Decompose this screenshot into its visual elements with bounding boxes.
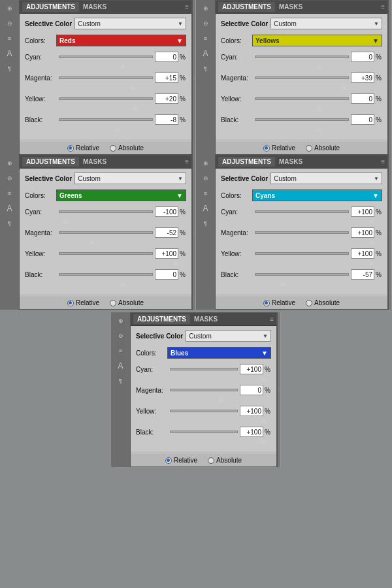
tool-icon-c2[interactable]: ⊖ [199, 172, 212, 184]
tab-adjustments-cyans[interactable]: ADJUSTMENTS [218, 157, 275, 167]
slider-track-cyan-reds[interactable] [59, 56, 153, 58]
tab-adjustments-greens[interactable]: ADJUSTMENTS [22, 157, 79, 167]
tab-adjustments-reds[interactable]: ADJUSTMENTS [22, 2, 79, 12]
radio-relative-cyans[interactable]: Relative [263, 299, 295, 306]
color-dropdown-yellows[interactable]: Yellows ▼ [252, 35, 382, 46]
selective-color-dropdown-greens[interactable]: Custom ▼ [74, 172, 186, 184]
slider-label-yellow-yellows: Yellow: [221, 95, 255, 103]
tool-icon-g3[interactable]: ≡ [3, 188, 16, 199]
drag-handle-yellows[interactable]: ⋮ [388, 0, 392, 155]
tool-icon-b3[interactable]: ≡ [114, 345, 127, 357]
colors-label-reds: Colors: [25, 37, 56, 44]
tool-icon-2[interactable]: ⊖ [3, 18, 16, 29]
drag-handle-cyans[interactable]: ⋮ [388, 155, 392, 310]
radio-relative-reds[interactable]: Relative [67, 144, 99, 152]
thumb-cyan-yellows[interactable] [316, 63, 322, 69]
slider-track-magenta-reds[interactable] [59, 76, 153, 79]
tool-icon-y2[interactable]: ⊖ [199, 18, 212, 29]
slider-value-magenta-reds[interactable]: +15 [155, 73, 178, 83]
thumb-yellow-greens[interactable] [172, 260, 179, 265]
tab-adjustments-blues[interactable]: ADJUSTMENTS [133, 314, 190, 324]
tab-adjustments-yellows[interactable]: ADJUSTMENTS [218, 2, 275, 12]
tool-icon-y1[interactable]: ⊕ [199, 3, 212, 14]
slider-value-yellow-reds[interactable]: +20 [155, 93, 178, 104]
tab-masks-yellows[interactable]: MASKS [275, 2, 306, 12]
selective-color-label-yellows: Selective Color [221, 20, 268, 27]
thumb-yellow-reds[interactable] [132, 105, 139, 110]
tool-icon-g5[interactable]: ¶ [3, 218, 16, 229]
tool-icon-g2[interactable]: ⊖ [3, 172, 16, 184]
tab-masks-greens[interactable]: MASKS [79, 157, 110, 167]
slider-value-black-reds[interactable]: -8 [155, 114, 178, 125]
tab-masks-reds[interactable]: MASKS [79, 2, 110, 12]
thumb-yellow-cyans[interactable] [368, 260, 375, 265]
thumb-cyan-reds[interactable] [120, 63, 126, 69]
color-dropdown-cyans[interactable]: Cyans ▼ [252, 189, 382, 201]
thumb-magenta-blues[interactable] [218, 397, 224, 402]
selective-color-dropdown-blues[interactable]: Custom ▼ [186, 330, 271, 342]
thumb-black-blues[interactable] [260, 438, 267, 444]
thumb-black-greens[interactable] [120, 281, 126, 286]
thumb-black-cyans[interactable] [280, 281, 286, 286]
radio-absolute-blues[interactable]: Absolute [208, 457, 242, 464]
radio-absolute-yellows[interactable]: Absolute [306, 144, 340, 152]
panel-menu-yellows[interactable]: ≡ [381, 3, 385, 10]
panel-menu-blues[interactable]: ≡ [270, 316, 274, 323]
thumb-magenta-cyans[interactable] [368, 239, 375, 244]
tool-icon-g1[interactable]: ⊕ [3, 157, 16, 169]
tool-icon-c4[interactable]: A [199, 203, 212, 214]
thumb-magenta-reds[interactable] [129, 84, 136, 90]
tool-icon-5[interactable]: ¶ [3, 63, 16, 74]
radio-relative-yellows[interactable]: Relative [263, 144, 295, 152]
radio-relative-greens[interactable]: Relative [67, 299, 99, 306]
thumb-black-yellows[interactable] [316, 126, 322, 131]
tool-icon-c1[interactable]: ⊕ [199, 157, 212, 169]
color-dropdown-greens[interactable]: Greens ▼ [56, 189, 186, 201]
selective-color-dropdown-cyans[interactable]: Custom ▼ [270, 172, 382, 184]
panel-menu-reds[interactable]: ≡ [185, 3, 189, 10]
tool-icon-y4[interactable]: A [199, 48, 212, 59]
drag-handle-blues[interactable]: ⋮ [277, 312, 281, 467]
slider-track-yellow-reds[interactable] [59, 97, 153, 100]
thumb-cyan-greens[interactable] [62, 218, 69, 223]
tab-masks-blues[interactable]: MASKS [190, 314, 221, 324]
color-dropdown-blues[interactable]: Blues ▼ [167, 347, 271, 359]
tool-icon-g4[interactable]: A [3, 203, 16, 214]
color-dropdown-reds[interactable]: Reds ▼ [56, 35, 186, 46]
tool-icon-3[interactable]: ≡ [3, 33, 16, 44]
panel-menu-greens[interactable]: ≡ [185, 158, 189, 165]
tool-icon-c5[interactable]: ¶ [199, 218, 212, 229]
thumb-cyan-cyans[interactable] [368, 218, 375, 223]
slider-value-cyan-reds[interactable]: 0 [155, 52, 178, 62]
tool-icon-y3[interactable]: ≡ [199, 33, 212, 44]
selective-color-dropdown-reds[interactable]: Custom ▼ [74, 18, 186, 29]
panel-header-cyans: ADJUSTMENTS MASKS ≡ [216, 155, 387, 169]
radio-absolute-reds[interactable]: Absolute [110, 144, 144, 152]
tool-icon-b1[interactable]: ⊕ [114, 315, 127, 327]
tool-icon-b4[interactable]: A [114, 360, 127, 372]
thumb-magenta-yellows[interactable] [341, 84, 348, 90]
panel-reds: ⊕ ⊖ ≡ A ¶ ADJUSTMENTS MASKS ≡ Selective … [0, 0, 196, 155]
panel-menu-cyans[interactable]: ≡ [381, 158, 385, 165]
radio-circle-absolute-reds [110, 145, 116, 152]
thumb-cyan-blues[interactable] [260, 376, 267, 381]
thumb-black-reds[interactable] [114, 126, 121, 131]
panel-content-blues: Selective Color Custom ▼ Colors: Blues ▼… [131, 326, 276, 451]
radio-absolute-greens[interactable]: Absolute [110, 299, 144, 306]
tool-icon-c3[interactable]: ≡ [199, 188, 212, 199]
radio-row-yellows: Relative Absolute [216, 142, 387, 154]
thumb-magenta-greens[interactable] [89, 239, 95, 244]
tool-icon-1[interactable]: ⊕ [3, 3, 16, 14]
panel-header-yellows: ADJUSTMENTS MASKS ≡ [216, 1, 387, 14]
slider-track-black-reds[interactable] [59, 118, 153, 121]
selective-color-dropdown-yellows[interactable]: Custom ▼ [270, 18, 382, 29]
radio-relative-blues[interactable]: Relative [165, 457, 197, 464]
thumb-yellow-blues[interactable] [260, 417, 267, 423]
tool-icon-b2[interactable]: ⊖ [114, 330, 127, 342]
tool-icon-y5[interactable]: ¶ [199, 63, 212, 74]
tool-icon-b5[interactable]: ¶ [114, 375, 127, 387]
thumb-yellow-yellows[interactable] [316, 105, 322, 110]
tab-masks-cyans[interactable]: MASKS [275, 157, 306, 167]
tool-icon-4[interactable]: A [3, 48, 16, 59]
radio-absolute-cyans[interactable]: Absolute [306, 299, 340, 306]
